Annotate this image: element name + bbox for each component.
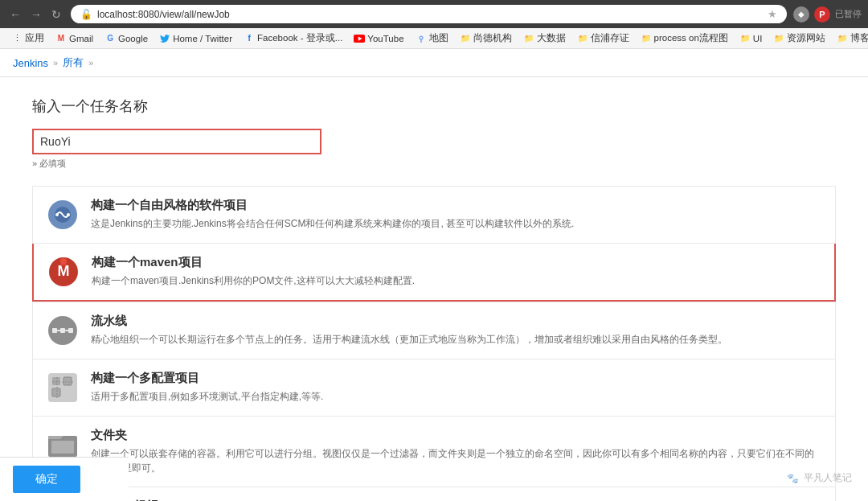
job-type-multi-config[interactable]: 构建一个多配置项目 适用于多配置项目,例如多环境测试,平台指定构建,等等. (32, 359, 836, 417)
job-type-maven-text: 构建一个maven项目 构建一个maven项目.Jenkins利用你的POM文件… (92, 255, 821, 288)
svg-rect-24 (51, 441, 74, 454)
job-type-multi-config-desc: 适用于多配置项目,例如多环境测试,平台指定构建,等等. (91, 389, 822, 404)
job-type-maven-desc: 构建一个maven项目.Jenkins利用你的POM文件,这样可以大大减轻构建配… (92, 273, 821, 288)
folder-icon-2: 📁 (523, 33, 534, 44)
facebook-icon: f (244, 33, 255, 44)
folder-icon-1: 📁 (460, 33, 471, 44)
bookmark-sandejigou-label: 尚德机构 (473, 32, 512, 44)
job-type-freestyle-text: 构建一个自由风格的软件项目 这是Jenkins的主要功能.Jenkins将会结合… (91, 198, 822, 231)
bookmark-home-twitter[interactable]: Home / Twitter (154, 31, 237, 46)
bookmark-facebook-label: Facebook - 登录或... (257, 32, 342, 44)
task-name-input[interactable] (32, 129, 321, 154)
svg-rect-13 (60, 328, 65, 333)
job-type-freestyle[interactable]: 构建一个自由风格的软件项目 这是Jenkins的主要功能.Jenkins将会结合… (32, 186, 836, 244)
job-type-pipeline-text: 流水线 精心地组织一个可以长期运行在多个节点上的任务。适用于构建流水线（更加正式… (91, 314, 822, 347)
job-type-folder-name: 文件夹 (91, 428, 822, 443)
job-type-maven[interactable]: M 构建一个maven项目 构建一个maven项目.Jenkins利用你的POM… (32, 244, 836, 302)
breadcrumb-jenkins[interactable]: Jenkins (13, 57, 48, 69)
job-type-folder[interactable]: 文件夹 创建一个可以嵌套存储的容器。利用它可以进行分组。视图仅仅是一个过滤器，而… (32, 417, 836, 487)
task-name-input-wrapper (32, 129, 836, 154)
paused-label: 已暂停 (835, 8, 862, 20)
svg-rect-19 (63, 377, 72, 385)
bookmark-google-label: Google (118, 34, 148, 43)
job-type-freestyle-desc: 这是Jenkins的主要功能.Jenkins将会结合任何SCM和任何构建系统来构… (91, 216, 822, 231)
watermark: 🐾 平凡人笔记 (787, 471, 852, 485)
breadcrumb-all[interactable]: 所有 (63, 55, 84, 70)
bookmark-xinpu-label: 信浦存证 (591, 32, 629, 44)
job-type-github-org[interactable]: GitHub 组织 扫描GitHub 组织（或者个人账户）的所有仓库来匹配已定义… (32, 487, 836, 501)
bookmark-process[interactable]: 📁 process on流程图 (636, 31, 733, 46)
job-icon-multi-config (46, 371, 80, 404)
bookmarks-bar: ⋮ 应用 M Gmail G Google Home / Twitter f F… (0, 28, 868, 49)
bookmark-gmail-label: Gmail (69, 34, 93, 43)
content-area: 输入一个任务名称 必填项 构建一个自由风格的软件项目 (0, 77, 868, 501)
task-name-hint: 必填项 (32, 158, 836, 170)
bookmark-bigdata[interactable]: 📁 大数据 (518, 31, 571, 46)
forward-button[interactable]: → (27, 6, 45, 23)
bookmark-xinpu[interactable]: 📁 信浦存证 (572, 31, 634, 46)
twitter-icon (159, 33, 170, 44)
svg-rect-12 (52, 328, 57, 333)
lock-icon: 🔓 (80, 9, 92, 20)
page-title: 输入一个任务名称 (32, 97, 836, 116)
nav-buttons: ← → ↻ (6, 6, 64, 23)
job-type-freestyle-name: 构建一个自由风格的软件项目 (91, 198, 822, 213)
job-type-multi-config-text: 构建一个多配置项目 适用于多配置项目,例如多环境测试,平台指定构建,等等. (91, 371, 822, 404)
job-icon-freestyle (46, 198, 80, 232)
folder-icon-7: 📁 (837, 33, 848, 44)
bookmark-map-label: 地图 (429, 32, 448, 44)
extensions-icon[interactable]: ◆ (793, 6, 809, 23)
bookmark-youtube[interactable]: YouTube (349, 31, 408, 46)
bookmark-ui-label: UI (753, 34, 763, 43)
job-type-list: 构建一个自由风格的软件项目 这是Jenkins的主要功能.Jenkins将会结合… (32, 186, 836, 501)
job-type-pipeline-name: 流水线 (91, 314, 822, 329)
folder-icon-5: 📁 (739, 33, 751, 44)
bookmark-ui[interactable]: 📁 UI (735, 31, 768, 46)
svg-rect-18 (52, 377, 60, 385)
bookmark-home-twitter-label: Home / Twitter (173, 34, 232, 43)
svg-point-2 (420, 36, 423, 39)
main-content: 输入一个任务名称 必填项 构建一个自由风格的软件项目 (0, 77, 868, 501)
browser-chrome: ← → ↻ 🔓 localhost:8080/view/all/newJob ★… (0, 0, 868, 28)
bookmark-ziyuan[interactable]: 📁 资源网站 (768, 31, 830, 46)
bookmark-facebook[interactable]: f Facebook - 登录或... (239, 31, 347, 46)
bookmark-map[interactable]: 地图 (411, 31, 453, 46)
bookmark-process-label: process on流程图 (654, 32, 728, 44)
map-icon (416, 33, 427, 44)
job-type-folder-text: 文件夹 创建一个可以嵌套存储的容器。利用它可以进行分组。视图仅仅是一个过滤器，而… (91, 428, 822, 475)
address-bar[interactable]: 🔓 localhost:8080/view/all/newJob ★ (71, 5, 787, 23)
job-icon-pipeline (46, 314, 80, 347)
bookmark-google[interactable]: G Google (100, 31, 153, 46)
bookmark-bigdata-label: 大数据 (537, 32, 566, 44)
job-type-multi-config-name: 构建一个多配置项目 (91, 371, 822, 386)
bookmark-boke-label: 博客 (850, 32, 868, 44)
svg-rect-20 (52, 388, 60, 396)
youtube-icon (354, 33, 365, 44)
bookmark-gmail[interactable]: M Gmail (51, 31, 98, 46)
confirm-area: 确定 (0, 457, 129, 501)
folder-icon-3: 📁 (577, 33, 588, 44)
bookmark-youtube-label: YouTube (367, 34, 403, 43)
watermark-text: 平凡人笔记 (804, 471, 852, 485)
gmail-icon: M (55, 33, 67, 44)
breadcrumb-bar: Jenkins » 所有 » (0, 49, 868, 77)
google-icon: G (104, 33, 116, 44)
bookmark-boke[interactable]: 📁 博客 (832, 31, 868, 46)
bookmark-ziyuan-label: 资源网站 (787, 32, 825, 44)
bookmark-apps-label: 应用 (25, 32, 44, 44)
job-icon-maven: M (47, 255, 80, 289)
svg-rect-14 (68, 328, 73, 333)
refresh-button[interactable]: ↻ (48, 6, 64, 23)
breadcrumb-sep1: » (53, 58, 58, 68)
bookmark-star-icon[interactable]: ★ (768, 8, 777, 20)
confirm-button[interactable]: 确定 (13, 466, 80, 493)
folder-icon-6: 📁 (773, 33, 784, 44)
bookmark-sandejigou[interactable]: 📁 尚德机构 (455, 31, 517, 46)
job-type-pipeline[interactable]: 流水线 精心地组织一个可以长期运行在多个节点上的任务。适用于构建流水线（更加正式… (32, 302, 836, 359)
job-type-maven-name: 构建一个maven项目 (92, 255, 821, 270)
bookmark-apps[interactable]: ⋮ 应用 (6, 31, 49, 46)
account-icon[interactable]: P (814, 6, 830, 23)
back-button[interactable]: ← (6, 6, 24, 23)
folder-icon-4: 📁 (641, 33, 652, 44)
job-type-pipeline-desc: 精心地组织一个可以长期运行在多个节点上的任务。适用于构建流水线（更加正式地应当称… (91, 332, 822, 347)
